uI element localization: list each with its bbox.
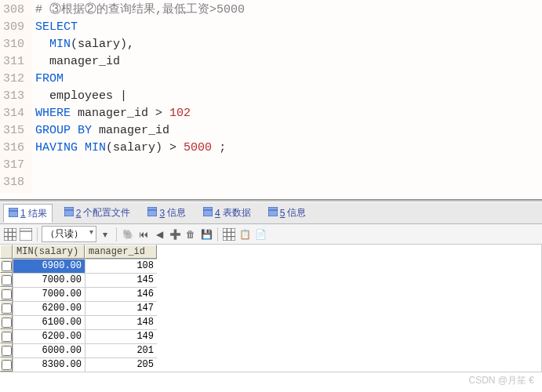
- svg-rect-10: [4, 228, 16, 241]
- cell-manager-id[interactable]: 148: [85, 315, 157, 329]
- delete-icon[interactable]: 🗑: [184, 227, 198, 241]
- mode-select[interactable]: （只读）: [42, 226, 96, 242]
- code-line[interactable]: MIN(salary),: [35, 36, 245, 53]
- sql-editor[interactable]: 308309310311312313314315316317318 # ③根据②…: [0, 0, 542, 199]
- row-checkbox-cell[interactable]: [0, 358, 13, 372]
- svg-rect-17: [223, 228, 235, 241]
- line-gutter: 308309310311312313314315316317318: [0, 0, 32, 193]
- cell-manager-id[interactable]: 201: [85, 343, 157, 358]
- code-line[interactable]: # ③根据②的查询结果,最低工资>5000: [35, 2, 245, 19]
- row-checkbox[interactable]: [2, 261, 12, 271]
- row-checkbox[interactable]: [2, 303, 12, 314]
- code-line[interactable]: SELECT: [35, 19, 245, 36]
- cell-manager-id[interactable]: 149: [85, 329, 157, 343]
- line-number: 309: [3, 19, 24, 36]
- svg-rect-0: [9, 208, 18, 217]
- line-number: 314: [3, 105, 24, 122]
- cell-min-salary[interactable]: 6200.00: [13, 329, 85, 343]
- table-row[interactable]: 6000.00201: [0, 343, 541, 358]
- save-icon[interactable]: 💾: [199, 227, 213, 241]
- tab-2[interactable]: 2 个配置文件: [59, 204, 136, 222]
- code-line[interactable]: GROUP BY manager_id: [35, 122, 245, 140]
- svg-rect-2: [64, 207, 74, 216]
- add-icon[interactable]: ➕: [168, 227, 182, 241]
- cell-manager-id[interactable]: 147: [85, 301, 157, 315]
- code-line[interactable]: manager_id: [35, 53, 245, 71]
- row-checkbox-cell[interactable]: [0, 273, 13, 287]
- cell-manager-id[interactable]: 146: [85, 287, 157, 301]
- table-row[interactable]: 6100.00148: [0, 315, 541, 329]
- tab-5[interactable]: 5 信息: [263, 204, 312, 222]
- grid-view-icon[interactable]: [3, 227, 17, 241]
- filter-icon[interactable]: 📄: [253, 227, 267, 241]
- table-row[interactable]: 8300.00205: [0, 358, 541, 372]
- line-number: 315: [3, 122, 24, 140]
- code-line[interactable]: [35, 174, 245, 191]
- tab-4[interactable]: 4 表数据: [198, 204, 256, 222]
- line-number: 310: [3, 36, 24, 53]
- cell-manager-id[interactable]: 205: [85, 358, 157, 372]
- result-tabs: 1 结果2 个配置文件3 信息4 表数据5 信息: [0, 202, 542, 224]
- line-number: 308: [3, 2, 24, 19]
- svg-rect-6: [203, 207, 213, 216]
- table-row[interactable]: 7000.00146: [0, 287, 541, 301]
- cell-min-salary[interactable]: 6100.00: [13, 315, 85, 329]
- grid-corner[interactable]: [0, 245, 13, 259]
- cell-min-salary[interactable]: 8300.00: [13, 358, 85, 372]
- code-area[interactable]: # ③根据②的查询结果,最低工资>5000SELECT MIN(salary),…: [32, 0, 248, 193]
- copy-icon[interactable]: 📋: [238, 227, 252, 241]
- form-view-icon[interactable]: [19, 227, 33, 241]
- cell-manager-id[interactable]: 145: [85, 273, 157, 287]
- toolbar-separator: [37, 227, 38, 241]
- tab-icon: [203, 207, 213, 219]
- row-checkbox-cell[interactable]: [0, 287, 13, 301]
- code-line[interactable]: [35, 157, 245, 174]
- table-row[interactable]: 7000.00145: [0, 273, 541, 287]
- row-checkbox[interactable]: [2, 332, 12, 342]
- export-icon[interactable]: [222, 227, 236, 241]
- svg-rect-15: [20, 228, 32, 241]
- line-number: 311: [3, 53, 24, 71]
- row-checkbox-cell[interactable]: [0, 343, 13, 358]
- dropdown-icon[interactable]: ▾: [98, 227, 112, 241]
- row-checkbox-cell[interactable]: [0, 329, 13, 343]
- line-number: 317: [3, 157, 24, 174]
- svg-rect-4: [147, 207, 157, 216]
- row-checkbox-cell[interactable]: [0, 315, 13, 329]
- cell-min-salary[interactable]: 6000.00: [13, 343, 85, 358]
- code-line[interactable]: HAVING MIN(salary) > 5000 ;: [35, 140, 245, 157]
- line-number: 312: [3, 71, 24, 88]
- table-row[interactable]: 6200.00149: [0, 329, 541, 343]
- tab-3[interactable]: 3 信息: [142, 204, 191, 222]
- row-checkbox[interactable]: [2, 360, 12, 370]
- cell-manager-id[interactable]: 108: [85, 259, 157, 273]
- prev-icon[interactable]: ◀: [152, 227, 166, 241]
- tab-1[interactable]: 1 结果: [3, 204, 53, 223]
- line-number: 313: [3, 88, 24, 105]
- column-header[interactable]: MIN(salary): [13, 245, 85, 259]
- row-checkbox-cell[interactable]: [0, 301, 13, 315]
- row-checkbox[interactable]: [2, 346, 12, 356]
- result-toolbar: （只读） ▾ 🐘 ⏮ ◀ ➕ 🗑 💾 📋 📄: [0, 224, 542, 245]
- cell-min-salary[interactable]: 7000.00: [13, 273, 85, 287]
- row-checkbox[interactable]: [2, 318, 12, 328]
- row-checkbox[interactable]: [2, 275, 12, 285]
- cell-min-salary[interactable]: 6200.00: [13, 301, 85, 315]
- code-line[interactable]: employees |: [35, 88, 245, 105]
- code-line[interactable]: WHERE manager_id > 102: [35, 105, 245, 122]
- tab-icon: [9, 208, 18, 220]
- result-grid[interactable]: MIN(salary)manager_id6900.001087000.0014…: [0, 245, 542, 372]
- row-checkbox-cell[interactable]: [0, 259, 13, 273]
- column-header[interactable]: manager_id: [85, 245, 157, 259]
- line-number: 318: [3, 174, 24, 191]
- first-icon[interactable]: ⏮: [136, 227, 151, 241]
- tab-icon: [147, 207, 157, 219]
- cell-min-salary[interactable]: 7000.00: [13, 287, 85, 301]
- cell-min-salary[interactable]: 6900.00: [13, 259, 85, 273]
- table-row[interactable]: 6200.00147: [0, 301, 541, 315]
- code-line[interactable]: FROM: [35, 71, 245, 88]
- row-checkbox[interactable]: [2, 289, 12, 299]
- table-row[interactable]: 6900.00108: [0, 259, 541, 273]
- refresh-icon[interactable]: 🐘: [121, 227, 135, 241]
- toolbar-separator: [217, 227, 218, 241]
